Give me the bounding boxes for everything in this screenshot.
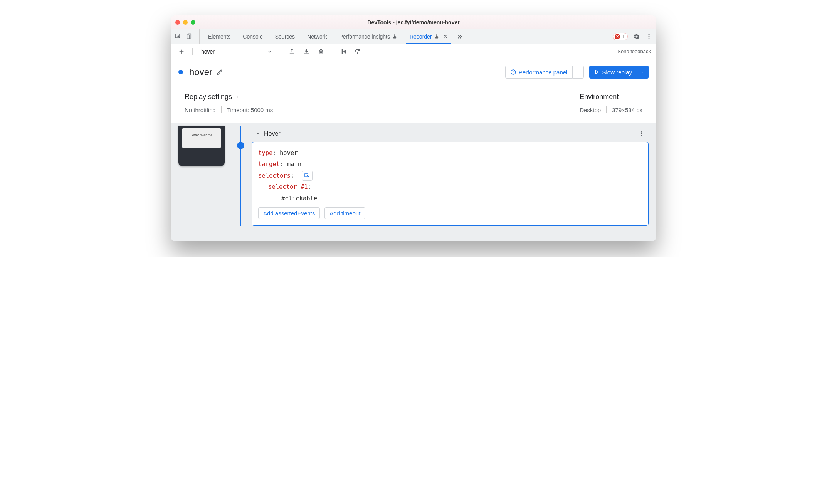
svg-rect-2 <box>187 35 189 39</box>
error-badge[interactable]: ✕ 1 <box>613 33 628 40</box>
steps-body: Hover over me! Hover type: hover <box>171 123 656 241</box>
device-value: Desktop <box>580 107 601 113</box>
svg-point-5 <box>649 38 650 39</box>
chevron-right-icon <box>235 95 240 99</box>
throttling-value: No throttling <box>185 107 216 113</box>
new-recording-button[interactable] <box>176 46 187 57</box>
recorder-toolbar: hover Send feedback <box>171 44 656 59</box>
step-title: Hover <box>264 130 281 137</box>
pick-element-button[interactable] <box>302 171 313 181</box>
step-target-key: target <box>258 161 280 168</box>
selector-1-value[interactable]: #clickable <box>281 195 317 202</box>
settings-strip: Replay settings No throttling Timeout: 5… <box>171 86 656 123</box>
screenshot-thumbnail[interactable]: Hover over me! <box>178 126 225 166</box>
flask-icon <box>434 34 439 39</box>
tab-performance-insights[interactable]: Performance insights <box>333 29 403 44</box>
svg-point-9 <box>641 133 642 134</box>
titlebar: DevTools - jec.fyi/demo/menu-hover <box>171 15 656 29</box>
step-replay-button[interactable] <box>338 46 348 57</box>
delete-button[interactable] <box>316 46 326 57</box>
device-toggle-icon[interactable] <box>187 33 193 40</box>
slow-replay-dropdown[interactable] <box>637 66 649 79</box>
recording-title: hover <box>189 67 212 77</box>
tab-sources[interactable]: Sources <box>269 29 301 44</box>
recording-header: hover Performance panel <box>171 59 656 86</box>
maximize-window-button[interactable] <box>191 20 195 25</box>
svg-point-4 <box>649 36 650 37</box>
thumbnail-text: Hover over me! <box>182 128 221 148</box>
error-icon: ✕ <box>615 34 620 39</box>
step-menu-button[interactable] <box>639 131 645 137</box>
svg-point-3 <box>649 34 650 35</box>
performance-panel-dropdown[interactable] <box>572 66 584 79</box>
tab-overflow[interactable] <box>454 29 466 44</box>
step-type-key: type <box>258 150 272 156</box>
step-selectors-key: selectors <box>258 172 291 179</box>
step-type-value[interactable]: hover <box>280 150 298 156</box>
error-count: 1 <box>622 34 624 39</box>
send-feedback-link[interactable]: Send feedback <box>617 49 651 54</box>
gauge-icon <box>510 69 516 75</box>
step-detail-card: type: hover target: main selectors: sele… <box>252 142 649 226</box>
step-over-button[interactable] <box>352 46 363 57</box>
selector-1-key: selector #1 <box>268 183 308 190</box>
viewport-value: 379×534 px <box>612 107 642 113</box>
svg-point-6 <box>357 52 358 53</box>
performance-panel-button[interactable]: Performance panel <box>505 66 573 79</box>
export-button[interactable] <box>286 46 297 57</box>
tab-elements[interactable]: Elements <box>202 29 237 44</box>
devtools-window: DevTools - jec.fyi/demo/menu-hover Eleme… <box>171 15 656 241</box>
inspect-icon[interactable] <box>175 33 181 40</box>
import-button[interactable] <box>301 46 312 57</box>
settings-gear-icon[interactable] <box>633 33 640 40</box>
more-vert-icon[interactable] <box>645 33 652 40</box>
chevron-down-icon <box>267 49 272 54</box>
step-target-value[interactable]: main <box>287 161 301 168</box>
window-title: DevTools - jec.fyi/demo/menu-hover <box>171 19 656 25</box>
minimize-window-button[interactable] <box>183 20 188 25</box>
flask-icon <box>392 34 397 39</box>
close-window-button[interactable] <box>175 20 180 25</box>
chevron-down-icon <box>255 131 260 136</box>
timeline-rail <box>240 126 241 226</box>
traffic-lights <box>175 20 195 25</box>
tab-recorder[interactable]: Recorder <box>403 29 454 44</box>
replay-settings-toggle[interactable]: Replay settings <box>185 93 273 101</box>
edit-icon[interactable] <box>216 69 223 76</box>
slow-replay-button[interactable]: Slow replay <box>589 66 637 79</box>
svg-point-10 <box>641 135 642 136</box>
timeout-value: Timeout: 5000 ms <box>227 107 273 113</box>
environment-title: Environment <box>580 93 642 101</box>
slow-replay-split-button: Slow replay <box>589 66 649 79</box>
add-timeout-button[interactable]: Add timeout <box>324 207 365 219</box>
status-dot-icon <box>178 70 183 74</box>
step-header[interactable]: Hover <box>252 126 649 142</box>
tabs-bar: Elements Console Sources Network Perform… <box>171 29 656 44</box>
chevron-double-right-icon <box>457 34 463 40</box>
add-asserted-events-button[interactable]: Add assertedEvents <box>258 207 320 219</box>
performance-panel-split-button: Performance panel <box>505 66 584 79</box>
svg-point-8 <box>641 131 642 133</box>
tab-console[interactable]: Console <box>237 29 269 44</box>
play-icon <box>594 69 600 75</box>
tab-network[interactable]: Network <box>301 29 333 44</box>
timeline: Hover type: hover target: main selectors… <box>231 126 649 226</box>
recording-selector[interactable]: hover <box>198 46 275 57</box>
close-icon[interactable] <box>443 34 447 39</box>
